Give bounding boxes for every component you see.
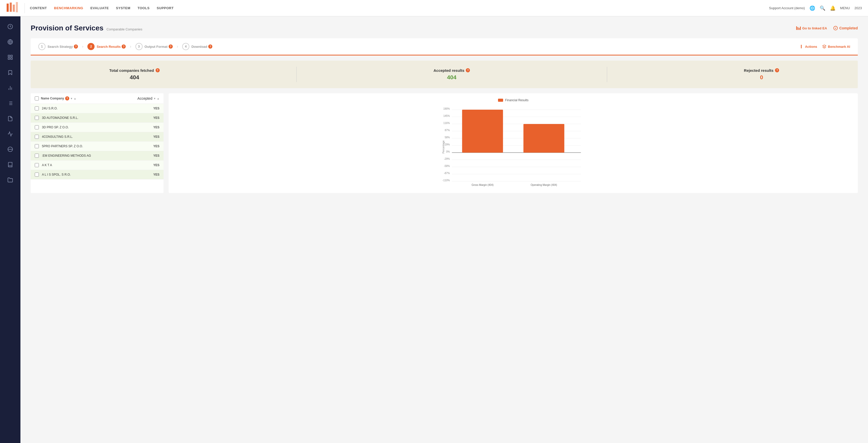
svg-rect-0 — [7, 4, 9, 12]
accepted-sort-up-icon[interactable]: ▲ — [157, 97, 159, 100]
nav-right: Support Account (demo) 🌐 🔍 🔔 MENU 2023 — [769, 5, 862, 11]
svg-text:-110%: -110% — [442, 179, 450, 182]
sidebar-bar-chart-icon[interactable] — [5, 83, 15, 93]
svg-text:0%: 0% — [446, 150, 450, 153]
svg-rect-25 — [800, 27, 801, 30]
stat-accepted: Accepted results ? 404 — [433, 68, 470, 81]
row-checkbox-4[interactable] — [35, 144, 39, 148]
table-row: :EM ENGINEERING METHODS AG YES — [31, 151, 163, 160]
step4-help-icon[interactable]: ? — [208, 45, 212, 49]
stat-rejected-label: Rejected results ? — [744, 68, 779, 72]
bell-nav-icon[interactable]: 🔔 — [830, 5, 836, 11]
wizard-step-4[interactable]: 4 Download ? — [182, 43, 212, 50]
svg-rect-24 — [799, 28, 800, 30]
col-accepted-label: Accepted — [137, 96, 152, 100]
table-chart-row: Name Company ? ▼ ▲ Accepted ▼ ▲ 24U S.R.… — [31, 93, 858, 193]
nav-tools[interactable]: TOOLS — [137, 6, 150, 10]
wizard-step-1[interactable]: 1 Search Strategy ? — [38, 43, 78, 50]
row-checkbox-1[interactable] — [35, 116, 39, 120]
sort-down-icon[interactable]: ▼ — [70, 97, 73, 100]
operating-margin-bar — [524, 124, 564, 153]
stat-total-value: 404 — [110, 74, 160, 81]
col-name-help-icon[interactable]: ? — [65, 96, 69, 100]
row-checkbox-0[interactable] — [35, 106, 39, 111]
wizard-step-3[interactable]: 3 Output Format ? — [135, 43, 173, 50]
stat-accepted-help-icon[interactable]: ? — [466, 68, 470, 72]
sidebar-book-icon[interactable] — [5, 159, 15, 170]
logo[interactable] — [6, 2, 25, 14]
accepted-sort-down-icon[interactable]: ▼ — [153, 97, 156, 100]
step3-help-icon[interactable]: ? — [168, 45, 173, 49]
step2-help-icon[interactable]: ? — [122, 45, 126, 49]
sidebar-list-icon[interactable] — [5, 98, 15, 108]
svg-text:116%: 116% — [443, 122, 450, 124]
stat-total-help-icon[interactable]: ? — [156, 68, 160, 72]
svg-text:87%: 87% — [444, 129, 450, 131]
svg-rect-1 — [10, 3, 12, 12]
globe-nav-icon[interactable]: 🌐 — [809, 5, 815, 11]
nav-system[interactable]: SYSTEM — [116, 6, 130, 10]
actions-button[interactable]: Actions — [799, 45, 817, 49]
chart-legend: Financial Results — [174, 98, 853, 102]
sidebar-analytics-icon[interactable] — [5, 129, 15, 139]
table-row: 24U S.R.O. YES — [31, 104, 163, 113]
wizard-step-2[interactable]: 2 Search Results ? — [87, 43, 126, 50]
sidebar-grid-icon[interactable] — [5, 52, 15, 62]
menu-label[interactable]: MENU — [840, 6, 850, 10]
sidebar-bookmark-icon[interactable] — [5, 67, 15, 78]
company-name-0: 24U S.R.O. — [42, 107, 153, 110]
page-header: Provision of Services Comparable Compani… — [31, 24, 858, 32]
company-name-4: 5PRO PARTNERS SP. Z O.O. — [42, 144, 153, 148]
search-nav-icon[interactable]: 🔍 — [820, 5, 825, 11]
step-text-4: Download — [191, 45, 207, 49]
sidebar-world-icon[interactable] — [5, 144, 15, 154]
col-name-label: Name Company — [41, 97, 64, 100]
accepted-value-5: YES — [153, 154, 159, 157]
table-row: 3D AUTOMAZIONE S.R.L. YES — [31, 113, 163, 123]
svg-rect-9 — [8, 58, 10, 59]
svg-text:145%: 145% — [443, 115, 450, 117]
step-arrow-3: › — [177, 44, 178, 49]
row-checkbox-2[interactable] — [35, 125, 39, 129]
svg-text:29%: 29% — [444, 143, 450, 146]
table-row: 3D PRO SP. Z O.O. YES — [31, 123, 163, 132]
sidebar-globe-icon[interactable] — [5, 37, 15, 47]
nav-evaluate[interactable]: EVALUATE — [90, 6, 109, 10]
stats-row: Total companies fetched ? 404 Accepted r… — [31, 61, 858, 88]
legend-color-box — [498, 99, 503, 102]
nav-content[interactable]: CONTENT — [30, 6, 47, 10]
step1-help-icon[interactable]: ? — [74, 45, 78, 49]
step-text-1: Search Strategy — [48, 45, 73, 49]
chart-svg-wrap: 190% 145% 116% 87% 58% 29% 0% -29% -58% … — [174, 106, 853, 188]
year-label: 2023 — [855, 6, 862, 10]
table-row: A K T A YES — [31, 160, 163, 170]
row-checkbox-7[interactable] — [35, 173, 39, 177]
row-checkbox-3[interactable] — [35, 135, 39, 139]
row-checkbox-5[interactable] — [35, 154, 39, 158]
step-arrow-1: › — [82, 44, 83, 49]
sidebar-document-icon[interactable] — [5, 114, 15, 124]
row-checkbox-6[interactable] — [35, 163, 39, 167]
sidebar-clock-icon[interactable] — [5, 22, 15, 32]
svg-text:-58%: -58% — [444, 165, 450, 168]
svg-rect-10 — [11, 58, 12, 59]
go-linked-ea-button[interactable]: Go to linked EA — [796, 26, 827, 30]
step-circle-4: 4 — [182, 43, 189, 50]
sort-up-icon[interactable]: ▲ — [74, 97, 76, 100]
select-all-checkbox[interactable] — [35, 96, 39, 100]
accepted-value-4: YES — [153, 144, 159, 148]
stat-rejected-help-icon[interactable]: ? — [775, 68, 779, 72]
nav-benchmarking[interactable]: BENCHMARKING — [54, 6, 83, 10]
sidebar-file-icon[interactable] — [5, 175, 15, 185]
nav-links: CONTENT BENCHMARKING EVALUATE SYSTEM TOO… — [30, 6, 174, 10]
company-name-2: 3D PRO SP. Z O.O. — [42, 125, 153, 129]
account-name[interactable]: Support Account (demo) — [769, 6, 805, 10]
svg-point-27 — [801, 46, 802, 47]
nav-support[interactable]: SUPPORT — [157, 6, 174, 10]
completed-badge: Completed — [833, 26, 858, 30]
legend-label: Financial Results — [505, 98, 528, 102]
stat-accepted-label: Accepted results ? — [433, 68, 470, 72]
page-subtitle: Comparable Companies — [106, 27, 142, 31]
benchmark-ai-button[interactable]: Benchmark AI — [822, 45, 850, 49]
stat-total: Total companies fetched ? 404 — [110, 68, 160, 81]
